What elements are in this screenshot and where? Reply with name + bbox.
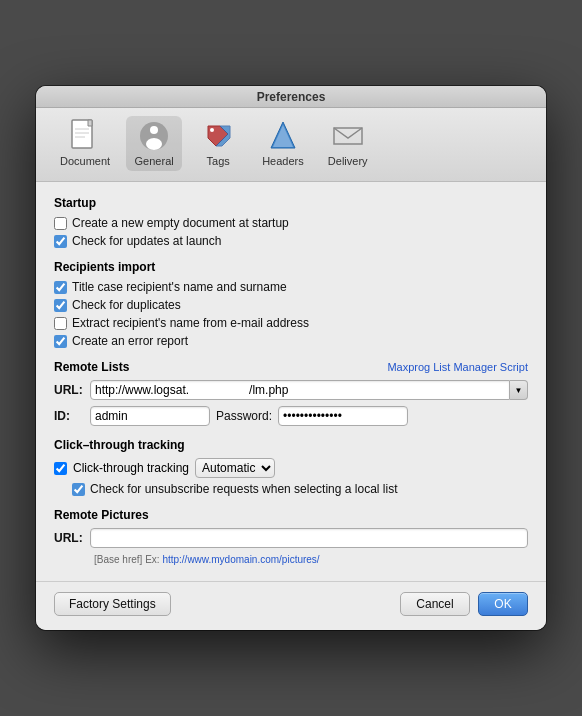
toolbar-headers-label: Headers xyxy=(262,155,304,167)
click-through-label: Click-through tracking xyxy=(73,461,189,475)
toolbar-general-label: General xyxy=(135,155,174,167)
svg-point-8 xyxy=(210,128,214,132)
hint-link: http://www.mydomain.com/pictures/ xyxy=(162,554,319,565)
right-buttons: Cancel OK xyxy=(400,592,528,616)
url-wrapper: ▼ xyxy=(90,380,528,400)
hint-text: [Base href] Ex: http://www.mydomain.com/… xyxy=(94,554,528,565)
click-through-row1: Click-through tracking Automatic Manual … xyxy=(54,458,528,478)
toolbar: Document General Tags xyxy=(36,108,546,182)
id-input[interactable] xyxy=(90,406,210,426)
startup-section-title: Startup xyxy=(54,196,528,210)
toolbar-item-general[interactable]: General xyxy=(126,116,182,171)
password-input[interactable] xyxy=(278,406,408,426)
toolbar-item-headers[interactable]: Headers xyxy=(254,116,312,171)
startup-checkbox1-label: Create a new empty document at startup xyxy=(72,216,289,230)
svg-point-6 xyxy=(150,126,158,134)
recipients-checkbox4-label: Create an error report xyxy=(72,334,188,348)
svg-marker-1 xyxy=(88,120,92,126)
toolbar-tags-label: Tags xyxy=(207,155,230,167)
button-row: Factory Settings Cancel OK xyxy=(36,581,546,630)
headers-icon xyxy=(267,120,299,152)
general-icon xyxy=(138,120,170,152)
password-label: Password: xyxy=(216,409,272,423)
document-icon xyxy=(69,120,101,152)
id-password-row: ID: Password: xyxy=(54,406,528,426)
pictures-url-input[interactable] xyxy=(90,528,528,548)
url-dropdown-button[interactable]: ▼ xyxy=(510,380,528,400)
pictures-url-label: URL: xyxy=(54,531,84,545)
toolbar-document-label: Document xyxy=(60,155,110,167)
recipients-checkbox3-row: Extract recipient's name from e-mail add… xyxy=(54,316,528,330)
toolbar-item-document[interactable]: Document xyxy=(52,116,118,171)
maxprog-link[interactable]: Maxprog List Manager Script xyxy=(387,361,528,373)
url-input[interactable] xyxy=(90,380,510,400)
url-row: URL: ▼ xyxy=(54,380,528,400)
unsubscribe-row: Check for unsubscribe requests when sele… xyxy=(72,482,528,496)
url-label: URL: xyxy=(54,383,84,397)
pictures-url-row: URL: xyxy=(54,528,528,548)
toolbar-delivery-label: Delivery xyxy=(328,155,368,167)
remote-lists-title: Remote Lists xyxy=(54,360,129,374)
id-label: ID: xyxy=(54,409,84,423)
click-through-dropdown[interactable]: Automatic Manual Off xyxy=(195,458,275,478)
recipients-checkbox1[interactable] xyxy=(54,281,67,294)
click-through-checkbox[interactable] xyxy=(54,462,67,475)
recipients-checkbox4-row: Create an error report xyxy=(54,334,528,348)
recipients-checkbox3[interactable] xyxy=(54,317,67,330)
recipients-section-title: Recipients import xyxy=(54,260,528,274)
click-through-title: Click–through tracking xyxy=(54,438,528,452)
remote-pictures-title: Remote Pictures xyxy=(54,508,528,522)
recipients-checkbox1-row: Title case recipient's name and surname xyxy=(54,280,528,294)
remote-lists-header: Remote Lists Maxprog List Manager Script xyxy=(54,360,528,374)
startup-checkbox1-row: Create a new empty document at startup xyxy=(54,216,528,230)
recipients-checkbox2-label: Check for duplicates xyxy=(72,298,181,312)
startup-checkbox2[interactable] xyxy=(54,235,67,248)
unsubscribe-checkbox[interactable] xyxy=(72,483,85,496)
main-content: Startup Create a new empty document at s… xyxy=(36,182,546,581)
cancel-button[interactable]: Cancel xyxy=(400,592,470,616)
tags-icon xyxy=(202,120,234,152)
recipients-checkbox1-label: Title case recipient's name and surname xyxy=(72,280,287,294)
toolbar-item-delivery[interactable]: Delivery xyxy=(320,116,376,171)
recipients-checkbox2[interactable] xyxy=(54,299,67,312)
window-title: Preferences xyxy=(257,90,326,104)
startup-checkbox2-label: Check for updates at launch xyxy=(72,234,221,248)
preferences-window: Preferences Document xyxy=(36,86,546,630)
startup-checkbox1[interactable] xyxy=(54,217,67,230)
recipients-checkbox4[interactable] xyxy=(54,335,67,348)
factory-settings-button[interactable]: Factory Settings xyxy=(54,592,171,616)
unsubscribe-label: Check for unsubscribe requests when sele… xyxy=(90,482,398,496)
svg-point-7 xyxy=(146,138,162,150)
startup-checkbox2-row: Check for updates at launch xyxy=(54,234,528,248)
titlebar: Preferences xyxy=(36,86,546,108)
toolbar-item-tags[interactable]: Tags xyxy=(190,116,246,171)
hint-prefix: [Base href] Ex: xyxy=(94,554,162,565)
delivery-icon xyxy=(332,120,364,152)
ok-button[interactable]: OK xyxy=(478,592,528,616)
recipients-checkbox3-label: Extract recipient's name from e-mail add… xyxy=(72,316,309,330)
recipients-checkbox2-row: Check for duplicates xyxy=(54,298,528,312)
